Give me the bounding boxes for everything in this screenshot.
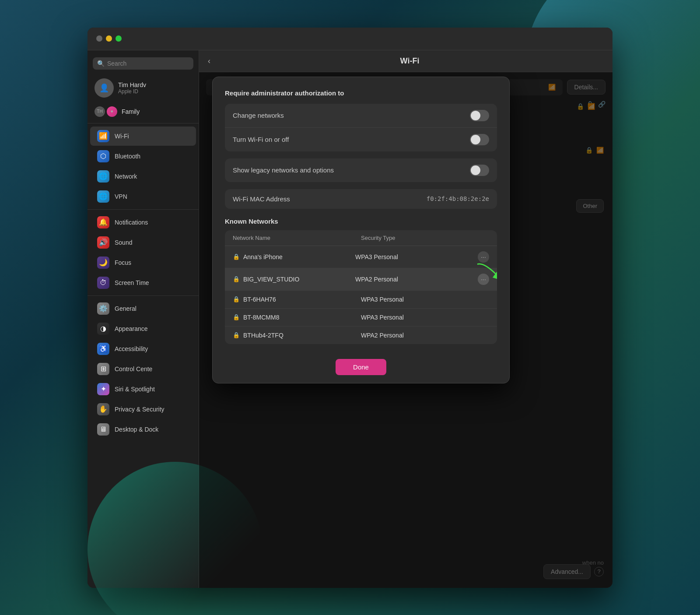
appearance-icon: ◑ <box>97 323 109 335</box>
sidebar-item-label-notifications: Notifications <box>115 219 148 226</box>
legacy-toggle[interactable] <box>470 165 489 176</box>
sidebar-divider-1 <box>88 123 199 123</box>
family-row[interactable]: TH ♥ Family <box>88 103 199 120</box>
network-name-col: 🔒 BT-6HAH76 <box>233 296 361 303</box>
family-avatar-1: TH <box>94 106 105 117</box>
table-header: Network Name Security Type <box>225 230 497 246</box>
sidebar-item-screentime[interactable]: ⏱ Screen Time <box>90 273 196 292</box>
family-label: Family <box>122 108 140 115</box>
sidebar-item-desktop[interactable]: 🖥 Desktop & Dock <box>90 420 196 439</box>
done-button[interactable]: Done <box>336 359 386 375</box>
change-networks-label: Change networks <box>233 112 470 119</box>
row-lock-icon-1: 🔒 <box>233 276 240 282</box>
networks-table: Network Name Security Type 🔒 Anna's iPho… <box>225 230 497 344</box>
sidebar-item-sound[interactable]: 🔊 Sound <box>90 233 196 252</box>
network-icon: 🌐 <box>97 170 109 183</box>
siri-icon: ✦ <box>97 383 109 395</box>
settings-row-legacy: Show legacy networks and options <box>225 158 497 182</box>
notifications-icon: 🔔 <box>97 216 109 228</box>
network-security-2: WPA3 Personal <box>361 296 489 303</box>
sidebar-item-accessibility[interactable]: ♿ Accessibility <box>90 339 196 358</box>
accessibility-icon: ♿ <box>97 343 109 355</box>
wifi-onoff-toggle[interactable] <box>470 134 489 145</box>
sidebar-item-label-general: General <box>115 305 136 312</box>
table-row: 🔒 BIG_VIEW_STUDIO WPA2 Personal ··· <box>225 268 497 291</box>
screentime-icon: ⏱ <box>97 277 109 289</box>
maximize-button[interactable] <box>116 35 122 42</box>
user-section[interactable]: 👤 Tim Hardv Apple ID <box>88 73 199 103</box>
sidebar-item-vpn[interactable]: 🌐 VPN <box>90 187 196 206</box>
col-header-name: Network Name <box>233 235 361 241</box>
network-security-4: WPA2 Personal <box>361 332 489 339</box>
legacy-settings-card: Show legacy networks and options <box>225 158 497 182</box>
network-security-1: WPA2 Personal <box>355 276 478 283</box>
network-name-col: 🔒 BIG_VIEW_STUDIO <box>233 276 355 283</box>
sidebar-item-label-screentime: Screen Time <box>115 279 149 286</box>
network-name-4: BTHub4-2TFQ <box>243 332 284 339</box>
sidebar-item-controlcenter[interactable]: ⊞ Control Cente <box>90 359 196 379</box>
admin-section-title: Require administrator authorization to <box>225 89 497 97</box>
sound-icon: 🔊 <box>97 236 109 249</box>
desktop-icon: 🖥 <box>97 423 109 436</box>
wifi-onoff-label: Turn Wi-Fi on or off <box>233 136 470 143</box>
main-header: ‹ Wi-Fi <box>199 50 612 72</box>
family-avatars: TH ♥ <box>94 106 117 117</box>
sidebar-item-label-sound: Sound <box>115 239 132 246</box>
focus-icon: 🌙 <box>97 257 109 269</box>
modal-footer: Done <box>213 351 509 383</box>
privacy-icon: ✋ <box>97 403 109 415</box>
controlcenter-icon: ⊞ <box>97 363 109 375</box>
sidebar-item-label-controlcenter: Control Cente <box>115 365 152 373</box>
network-security-3: WPA3 Personal <box>361 314 489 321</box>
user-info: Tim Hardv Apple ID <box>118 81 192 95</box>
back-button[interactable]: ‹ <box>208 56 210 66</box>
network-name-0: Anna's iPhone <box>243 253 283 260</box>
window-content: 🔍 Search 👤 Tim Hardv Apple ID TH ♥ Famil… <box>88 50 612 588</box>
vpn-icon: 🌐 <box>97 190 109 203</box>
table-row: 🔒 BT-6HAH76 WPA3 Personal <box>225 291 497 309</box>
sidebar-item-privacy[interactable]: ✋ Privacy & Security <box>90 400 196 419</box>
network-name-1: BIG_VIEW_STUDIO <box>243 276 299 283</box>
col-header-security: Security Type <box>361 235 489 241</box>
sidebar-item-focus[interactable]: 🌙 Focus <box>90 253 196 272</box>
system-preferences-window: 🔍 Search 👤 Tim Hardv Apple ID TH ♥ Famil… <box>88 28 612 588</box>
search-bar[interactable]: 🔍 Search <box>93 57 193 70</box>
sidebar-item-network[interactable]: 🌐 Network <box>90 167 196 186</box>
network-name-col: 🔒 Anna's iPhone <box>233 253 355 260</box>
network-options-1[interactable]: ··· <box>478 274 489 285</box>
table-row: 🔒 Anna's iPhone WPA3 Personal ··· <box>225 246 497 268</box>
sidebar-item-notifications[interactable]: 🔔 Notifications <box>90 213 196 232</box>
sidebar-item-wifi[interactable]: 📶 Wi-Fi <box>90 127 196 146</box>
minimize-button[interactable] <box>106 35 112 42</box>
sidebar-item-label-focus: Focus <box>115 259 131 266</box>
user-name: Tim Hardv <box>118 81 192 88</box>
sidebar: 🔍 Search 👤 Tim Hardv Apple ID TH ♥ Famil… <box>88 50 199 588</box>
page-title: Wi-Fi <box>216 56 604 66</box>
mac-address-card: Wi-Fi MAC Address f0:2f:4b:08:2e:2e <box>225 189 497 209</box>
mac-address-label: Wi-Fi MAC Address <box>233 195 427 203</box>
sidebar-divider-3 <box>88 295 199 296</box>
sidebar-item-siri[interactable]: ✦ Siri & Spotlight <box>90 380 196 399</box>
admin-settings-card: Change networks Turn Wi-Fi on or off <box>225 104 497 151</box>
sidebar-item-general[interactable]: ⚙️ General <box>90 299 196 318</box>
sidebar-item-label-network: Network <box>115 173 137 180</box>
network-options-0[interactable]: ··· <box>478 251 489 263</box>
network-name-3: BT-8MCMM8 <box>243 314 279 321</box>
settings-row-wifi-onoff: Turn Wi-Fi on or off <box>225 128 497 151</box>
row-lock-icon-0: 🔒 <box>233 253 240 260</box>
search-icon: 🔍 <box>97 60 105 67</box>
sidebar-item-label-wifi: Wi-Fi <box>115 133 129 140</box>
wifi-icon: 📶 <box>97 130 109 142</box>
sidebar-item-label-accessibility: Accessibility <box>115 345 148 352</box>
row-lock-icon-4: 🔒 <box>233 332 240 338</box>
change-networks-toggle[interactable] <box>470 110 489 121</box>
sidebar-item-appearance[interactable]: ◑ Appearance <box>90 319 196 338</box>
sidebar-item-bluetooth[interactable]: ⬡ Bluetooth <box>90 147 196 166</box>
modal-overlay: Require administrator authorization to C… <box>199 72 612 588</box>
sidebar-item-label-bluetooth: Bluetooth <box>115 153 140 160</box>
close-button[interactable] <box>96 35 102 42</box>
network-name-2: BT-6HAH76 <box>243 296 276 303</box>
sidebar-item-label-siri: Siri & Spotlight <box>115 386 155 393</box>
search-label: Search <box>107 60 126 67</box>
network-name-col: 🔒 BT-8MCMM8 <box>233 314 361 321</box>
